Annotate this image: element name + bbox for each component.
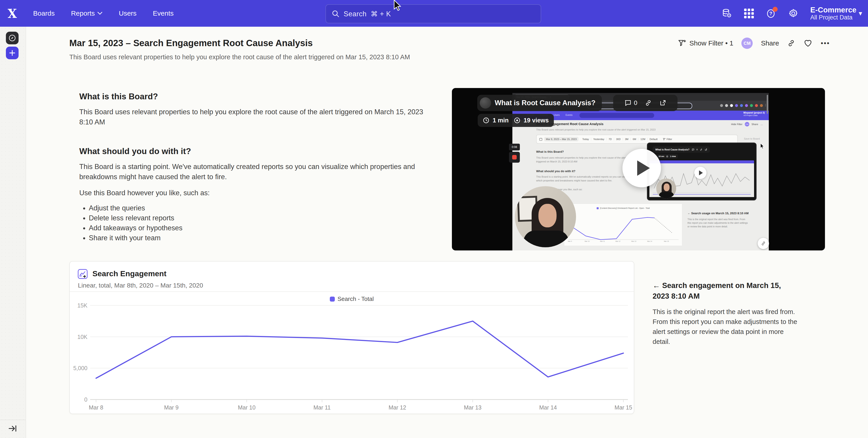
scrollbar-thumb <box>767 95 768 114</box>
nav-item-events[interactable]: Events <box>153 9 174 17</box>
bullet-list: Adjust the queries Delete less relevant … <box>79 203 183 243</box>
search-icon <box>332 10 340 18</box>
discover-boards-button[interactable] <box>6 32 19 44</box>
svg-text:Mar 13: Mar 13 <box>464 404 482 411</box>
svg-text:?: ? <box>770 11 772 16</box>
svg-text:Mar 10: Mar 10 <box>585 240 590 242</box>
nested-mini-nav <box>649 160 754 163</box>
filter-funnel-icon <box>663 138 666 141</box>
copy-link-icon[interactable] <box>787 39 795 47</box>
data-management-icon[interactable] <box>721 8 732 19</box>
mini-aside-body: This is the original report the alert wa… <box>687 217 748 228</box>
nested-webcam-circle <box>656 178 676 198</box>
mini-report-chart: [Content Discovery] Omnisearch Report Li… <box>564 204 682 246</box>
video-title: What is Root Cause Analysis? <box>495 99 595 107</box>
rail-divider <box>0 420 26 420</box>
settings-gear-icon[interactable] <box>788 8 799 19</box>
svg-text:Mar 15: Mar 15 <box>664 240 669 242</box>
expand-sidebar-button[interactable] <box>8 425 17 433</box>
favorite-heart-icon[interactable] <box>803 39 812 47</box>
mini-legend-label: [Content Discovery] Omnisearch Report Li… <box>600 207 650 209</box>
svg-text:10K: 10K <box>78 334 88 340</box>
section-body-2: This Board is a starting point. We've au… <box>79 162 421 182</box>
show-filter-button[interactable]: Show Filter • 1 <box>678 39 734 47</box>
views-icon <box>666 156 668 158</box>
left-rail <box>0 27 26 438</box>
video-comments-button[interactable]: 0 <box>624 99 637 107</box>
mini-search <box>580 113 654 118</box>
external-link-icon <box>705 148 707 151</box>
compass-icon <box>8 34 16 42</box>
mini-date-bar: Mar 9, 2023 – Mar 15, 2023 Today Yesterd… <box>536 135 738 144</box>
mini-page-controls: Hide Filter CM Share … <box>731 122 763 127</box>
svg-text:Mar 14: Mar 14 <box>647 240 652 242</box>
copy-link-icon[interactable] <box>645 99 652 107</box>
svg-text:Mar 11: Mar 11 <box>313 404 331 411</box>
mini-heading: What is this Board? <box>536 150 564 154</box>
nav-item-reports[interactable]: Reports <box>71 9 102 17</box>
section-heading-2: What should you do with it? <box>79 146 191 156</box>
more-menu-button[interactable]: ••• <box>821 39 830 47</box>
mixpanel-logo-icon[interactable]: X <box>8 6 17 21</box>
report-card: Search Engagement Linear, total, Mar 8th… <box>69 261 634 414</box>
mini-avatar: CM <box>745 122 749 127</box>
svg-text:Mar 11: Mar 11 <box>600 240 605 242</box>
board-subtitle: This Board uses relevant properties to h… <box>69 54 410 61</box>
project-switcher[interactable]: E-Commerce All Project Data ▾ <box>810 6 862 21</box>
help-icon[interactable]: ? <box>766 8 776 19</box>
top-nav: X Boards Reports Users Events Search ⌘ +… <box>0 0 868 27</box>
list-item: Share it with your team <box>89 233 183 243</box>
aside-heading: ← Search engagement on March 15, 2023 8:… <box>653 280 793 301</box>
svg-text:0: 0 <box>84 396 87 403</box>
nested-video-frame: What is Root Cause Analysis? 0 18 sec 1 … <box>647 142 756 200</box>
share-button[interactable]: Share <box>761 39 779 47</box>
play-button[interactable] <box>622 149 661 187</box>
list-item: Adjust the queries <box>89 203 183 213</box>
recording-timer: 0:08 <box>509 144 520 150</box>
mini-heading: What should you do with it? <box>536 169 575 173</box>
recording-stop-button <box>509 152 520 163</box>
copy-link-icon <box>700 148 703 151</box>
video-link-fab[interactable] <box>758 238 769 249</box>
mouse-cursor <box>393 0 402 12</box>
board-title: Mar 15, 2023 – Search Engagement Root Ca… <box>69 38 313 48</box>
video-author-avatar <box>480 97 491 109</box>
svg-text:Mar 13: Mar 13 <box>631 240 636 242</box>
mouse-cursor <box>760 143 765 149</box>
report-title[interactable]: Search Engagement <box>92 269 166 278</box>
svg-text:Mar 15: Mar 15 <box>615 404 632 411</box>
nav-item-boards[interactable]: Boards <box>33 9 55 17</box>
video-player[interactable]: Mar 15, 2023 - Search Engag...× + ⋮ Boar… <box>452 88 825 250</box>
nested-play-button <box>694 167 707 179</box>
filter-funnel-icon <box>678 39 686 47</box>
mini-legend-swatch <box>597 207 599 209</box>
mini-aside-heading: ← Search usage on March 15, 2023 8:10 AM <box>687 211 749 215</box>
mini-page-subtitle: This Board uses relevant properties to h… <box>536 128 655 131</box>
section-body-3: Use this Board however you like, such as… <box>79 188 210 198</box>
webcam-circle <box>515 186 576 247</box>
plus-icon <box>9 49 16 56</box>
board-controls: Show Filter • 1 CM Share ••• <box>678 36 830 51</box>
record-dot-icon <box>512 155 517 160</box>
project-scope: All Project Data <box>810 14 857 21</box>
chevron-down-icon: ▾ <box>859 9 862 17</box>
report-subtitle: Linear, total, Mar 8th, 2020 – Mar 15th,… <box>78 282 203 289</box>
page: X Boards Reports Users Events Search ⌘ +… <box>0 0 868 438</box>
section-body-1: This Board uses relevant properties to h… <box>79 107 426 127</box>
svg-text:Mar 10: Mar 10 <box>238 404 255 411</box>
nested-title-pill: What is Root Cause Analysis? 0 <box>653 146 710 153</box>
card-divider <box>70 292 634 292</box>
apps-grid-icon[interactable] <box>744 8 754 19</box>
clock-icon <box>483 117 490 124</box>
add-board-button[interactable] <box>6 46 19 59</box>
section-heading-1: What is this Board? <box>79 92 158 101</box>
external-link-icon[interactable] <box>659 99 666 107</box>
avatar[interactable]: CM <box>741 38 753 49</box>
mini-paragraph: This Board uses relevant properties to h… <box>536 156 633 164</box>
search-input[interactable]: Search ⌘ + K <box>326 4 541 23</box>
svg-text:Mar 9: Mar 9 <box>568 240 572 242</box>
project-name: E-Commerce <box>810 6 857 14</box>
line-chart[interactable]: 05,00010K15KMar 8Mar 9Mar 10Mar 11Mar 12… <box>70 293 634 413</box>
line-chart-icon <box>78 269 88 279</box>
nav-item-users[interactable]: Users <box>119 9 136 17</box>
